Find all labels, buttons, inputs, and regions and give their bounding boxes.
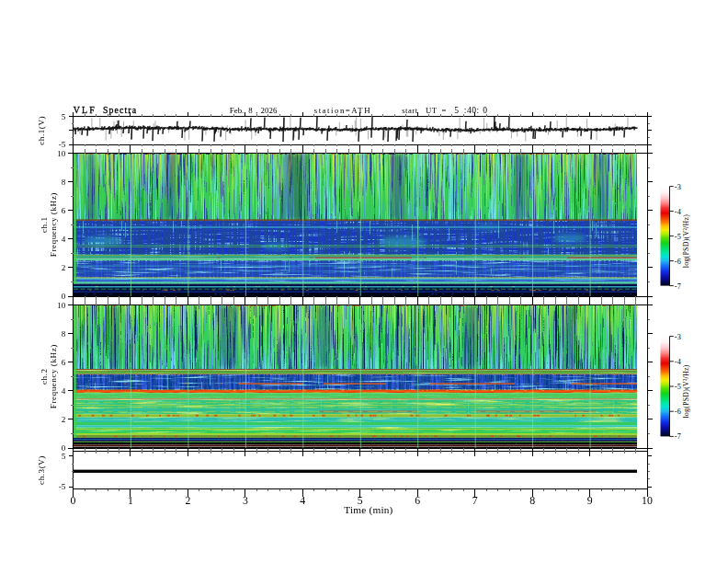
svg-text:5: 5	[62, 452, 66, 461]
svg-text:2: 2	[185, 494, 190, 507]
svg-text:1: 1	[128, 494, 133, 507]
svg-text:4: 4	[300, 494, 305, 507]
svg-text:4: 4	[62, 235, 66, 244]
svg-text:VLF: VLF	[74, 105, 97, 115]
svg-text:Feb.: Feb.	[230, 106, 245, 115]
svg-text:Time (min): Time (min)	[344, 504, 392, 516]
svg-text:start: start	[402, 106, 418, 115]
svg-text:log(PSD)(V²/Hz): log(PSD)(V²/Hz)	[682, 214, 690, 268]
svg-text:5: 5	[62, 112, 66, 121]
svg-text:-7: -7	[675, 432, 681, 441]
svg-text:-3: -3	[675, 183, 681, 191]
svg-text:9: 9	[587, 494, 593, 507]
svg-text:-5: -5	[59, 482, 66, 491]
svg-text:10: 10	[57, 149, 66, 158]
svg-text:7: 7	[472, 494, 478, 507]
svg-text:-6: -6	[675, 258, 681, 266]
svg-text:2: 2	[62, 415, 66, 424]
svg-text:UT: UT	[426, 106, 438, 115]
svg-text:=: =	[442, 106, 447, 115]
svg-text:ch.3(V): ch.3(V)	[37, 455, 46, 485]
svg-text:8: 8	[248, 106, 253, 115]
svg-text:8: 8	[62, 329, 66, 339]
svg-text:8: 8	[62, 178, 66, 187]
svg-text:-4: -4	[675, 358, 681, 366]
svg-text:-5: -5	[59, 140, 66, 149]
svg-text:log(PSD)(V²/Hz): log(PSD)(V²/Hz)	[682, 364, 690, 418]
svg-text:10: 10	[642, 494, 653, 507]
svg-text:6: 6	[62, 206, 66, 215]
svg-text:,: ,	[256, 106, 257, 115]
svg-text:0: 0	[483, 105, 487, 115]
svg-text:3: 3	[243, 494, 248, 507]
svg-text:-6: -6	[675, 408, 681, 416]
svg-text:station=ATH: station=ATH	[314, 106, 371, 115]
svg-text:-3: -3	[675, 333, 681, 341]
svg-text:0: 0	[71, 494, 76, 507]
svg-text:10: 10	[57, 301, 66, 310]
svg-text:ch.1(V): ch.1(V)	[37, 116, 46, 145]
svg-text:0: 0	[62, 292, 66, 301]
svg-text:2026: 2026	[261, 106, 278, 115]
svg-text:8: 8	[529, 494, 535, 507]
svg-text:6: 6	[62, 358, 66, 367]
svg-text::40:: :40:	[464, 105, 480, 115]
svg-text:-5: -5	[675, 383, 681, 391]
svg-text:-7: -7	[675, 282, 681, 291]
svg-text:6: 6	[415, 494, 420, 507]
svg-text:2: 2	[62, 263, 66, 272]
svg-text:5: 5	[454, 105, 459, 115]
svg-text:4: 4	[62, 386, 66, 396]
svg-text:-4: -4	[675, 208, 681, 216]
svg-text:Spectra: Spectra	[103, 105, 137, 115]
svg-text:-5: -5	[675, 233, 681, 241]
